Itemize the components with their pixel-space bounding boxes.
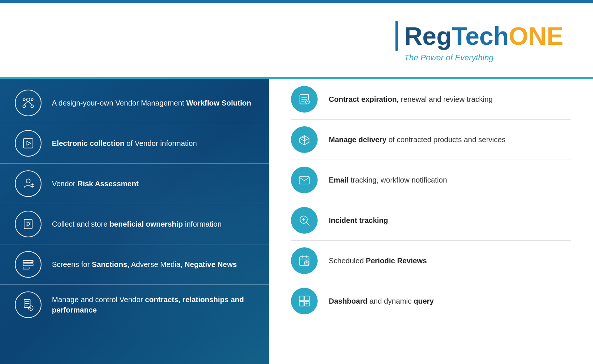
svg-line-4 (28, 101, 32, 105)
left-item-risk-text: Vendor Risk Assessment (52, 178, 139, 189)
logo-vertical-bar (395, 21, 398, 51)
right-item-dashboard: Dashboard and dynamic query (291, 281, 571, 321)
right-item-incident: Incident tracking (291, 200, 571, 241)
left-item-sanctions-text: Screens for Sanctions, Adverse Media, Ne… (52, 259, 237, 270)
contracts-svg (21, 298, 35, 311)
left-item-sanctions: Screens for Sanctions, Adverse Media, Ne… (0, 244, 269, 285)
periodic-svg (298, 254, 311, 267)
manage-delivery-svg (298, 133, 311, 146)
right-item-dashboard-text: Dashboard and dynamic query (329, 296, 434, 306)
beneficial-icon: i (15, 211, 42, 237)
svg-rect-21 (23, 264, 33, 266)
left-item-risk: Vendor Risk Assessment (0, 164, 269, 204)
svg-rect-49 (305, 296, 309, 301)
header: RegTechONE The Power of Everything (0, 3, 593, 77)
main-content: A design-your-own Vendor Management Work… (0, 79, 593, 364)
svg-point-6 (31, 98, 33, 100)
logo-one: ONE (509, 22, 563, 50)
svg-point-23 (31, 261, 33, 263)
left-item-electronic: Electronic collection of Vendor informat… (0, 123, 269, 164)
right-item-periodic-text: Scheduled Periodic Reviews (329, 256, 427, 266)
logo-container: RegTechONE The Power of Everything (395, 21, 564, 63)
svg-point-1 (23, 105, 26, 107)
dashboard-svg (298, 294, 311, 308)
contract-expiration-icon (291, 86, 318, 113)
right-panel: Contract expiration, renewal and review … (269, 79, 593, 364)
logo-row: RegTechONE (395, 21, 564, 51)
svg-rect-50 (299, 301, 304, 306)
svg-rect-48 (299, 296, 304, 301)
left-item-contracts: Manage and control Vendor contracts, rel… (0, 285, 269, 325)
left-item-contracts-text: Manage and control Vendor contracts, rel… (52, 294, 254, 315)
sanctions-svg (21, 258, 35, 271)
beneficial-svg: i (21, 217, 35, 231)
dashboard-icon (291, 288, 318, 314)
right-item-email-text: Email tracking, workflow notification (329, 175, 447, 185)
svg-point-5 (23, 98, 25, 100)
left-item-beneficial: i Collect and store beneficial ownership… (0, 204, 269, 244)
workflow-icon (15, 90, 42, 116)
svg-point-0 (27, 98, 30, 101)
left-item-workflow-text: A design-your-own Vendor Management Work… (52, 98, 251, 108)
left-panel: A design-your-own Vendor Management Work… (0, 79, 269, 364)
periodic-icon (291, 247, 318, 274)
logo-tagline: The Power of Everything (404, 53, 494, 63)
right-item-contract-expiration-text: Contract expiration, renewal and review … (329, 94, 493, 104)
email-svg (298, 173, 311, 187)
left-item-beneficial-text: Collect and store beneficial ownership i… (52, 219, 222, 229)
svg-point-12 (32, 184, 33, 185)
logo-reg: Reg (404, 22, 452, 50)
svg-rect-7 (23, 138, 33, 148)
svg-point-2 (31, 105, 33, 107)
left-item-electronic-text: Electronic collection of Vendor informat… (52, 138, 197, 148)
right-item-email: Email tracking, workflow notification (291, 160, 571, 200)
right-item-manage-delivery-text: Manage delivery of contracted products a… (329, 134, 506, 145)
contract-expiration-svg (298, 93, 311, 106)
left-item-workflow: A design-your-own Vendor Management Work… (0, 83, 269, 123)
right-item-manage-delivery: Manage delivery of contracted products a… (291, 120, 571, 160)
right-item-incident-text: Incident tracking (329, 215, 388, 226)
incident-icon (291, 207, 318, 234)
email-icon (291, 167, 318, 193)
svg-marker-8 (27, 141, 31, 146)
electronic-svg (21, 137, 35, 150)
left-items-list: A design-your-own Vendor Management Work… (0, 79, 269, 328)
svg-point-9 (26, 179, 30, 183)
top-bar (0, 0, 593, 3)
workflow-svg (21, 96, 35, 110)
svg-line-3 (24, 101, 28, 105)
risk-icon (15, 170, 42, 197)
svg-rect-22 (23, 267, 29, 269)
contracts-icon (15, 291, 42, 318)
svg-text:i: i (27, 223, 28, 226)
svg-line-40 (306, 222, 309, 225)
incident-svg (298, 214, 311, 227)
logo-tech: Tech (452, 22, 509, 50)
risk-svg (21, 177, 35, 190)
logo-text: RegTechONE (404, 23, 564, 49)
right-item-periodic: Scheduled Periodic Reviews (291, 241, 571, 281)
manage-delivery-icon (291, 126, 318, 153)
electronic-icon (15, 130, 42, 157)
sanctions-icon (15, 251, 42, 278)
right-item-contract-expiration: Contract expiration, renewal and review … (291, 79, 571, 120)
